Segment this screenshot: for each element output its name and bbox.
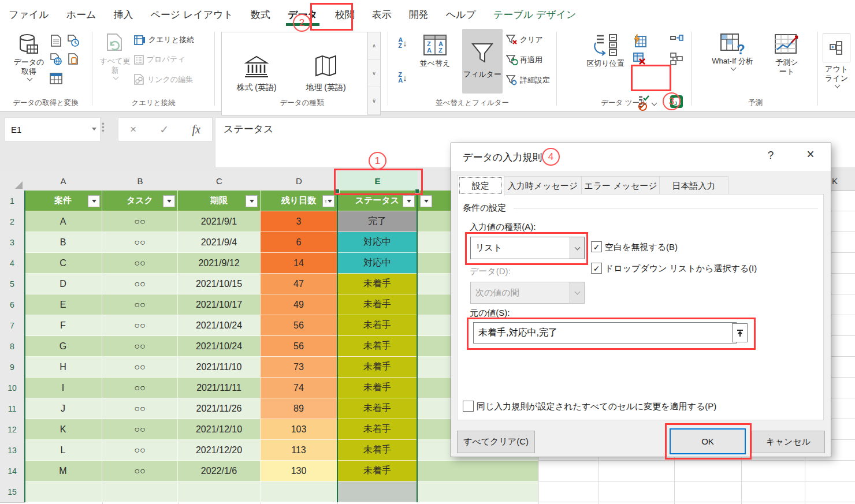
cancel-button[interactable]: キャンセル [752, 431, 825, 453]
cell-D5[interactable]: 47 [261, 274, 337, 294]
existing-connections-button[interactable] [66, 52, 81, 66]
filter-dropdown-icon[interactable] [246, 195, 258, 207]
reapply-filter-button[interactable]: 再適用 [506, 55, 542, 65]
cell-C3[interactable]: 2021/9/4 [178, 232, 261, 253]
cell-C15[interactable] [178, 481, 261, 502]
cell-E15[interactable] [337, 481, 418, 502]
cell-C5[interactable]: 2021/10/15 [178, 274, 261, 294]
queries-connections-button[interactable]: クエリと接続 [134, 35, 194, 45]
tab-ホーム[interactable]: ホーム [58, 0, 105, 29]
tab-ファイル[interactable]: ファイル [0, 0, 58, 29]
outline-button[interactable]: アウトライン [821, 33, 852, 88]
forecast-sheet-button[interactable]: 予測シート [766, 33, 808, 76]
clear-filter-button[interactable]: クリア [506, 35, 543, 45]
cell-B12[interactable]: ○○ [102, 419, 178, 440]
row-header-15[interactable]: 15 [0, 481, 25, 503]
tab-表示[interactable]: 表示 [363, 0, 400, 29]
sort-ascending-button[interactable]: AZ↓ [393, 36, 412, 50]
cell-A12[interactable]: K [24, 419, 102, 440]
cell-D15[interactable] [261, 481, 337, 502]
filter-dropdown-icon[interactable] [163, 195, 175, 207]
cell-E14[interactable]: 未着手 [337, 461, 418, 481]
filter-dropdown-icon[interactable] [403, 195, 415, 207]
gallery-scroll-down[interactable]: ∨ [368, 60, 380, 88]
name-box-dropdown-icon[interactable] [92, 128, 96, 130]
cell-B15[interactable] [102, 481, 178, 502]
cell-C14[interactable]: 2022/1/6 [178, 461, 261, 481]
cell-A5[interactable]: D [24, 274, 102, 294]
cell-E5[interactable]: 未着手 [337, 274, 418, 294]
ok-button[interactable]: OK [670, 428, 746, 454]
manage-data-model-button[interactable]: J [669, 95, 684, 109]
cell-A13[interactable]: L [24, 440, 102, 461]
cell-A10[interactable]: I [24, 378, 102, 398]
tab-校閲[interactable]: 校閲 [326, 0, 363, 29]
cell-B14[interactable]: ○○ [102, 461, 178, 481]
column-header-A[interactable]: A [24, 171, 103, 191]
cell-C12[interactable]: 2021/12/10 [178, 419, 261, 440]
cell-C13[interactable]: 2021/12/20 [178, 440, 261, 461]
cell-D6[interactable]: 49 [261, 294, 337, 315]
dialog-help-button[interactable]: ? [762, 149, 779, 165]
cell-B6[interactable]: ○○ [102, 294, 178, 315]
confirm-entry-icon[interactable]: ✓ [159, 123, 169, 136]
cell-A7[interactable]: F [24, 315, 102, 336]
cell-A3[interactable]: B [24, 232, 102, 253]
cell-B10[interactable]: ○○ [102, 378, 178, 398]
formula-bar-splitter[interactable]: ••• [102, 122, 104, 133]
cell-A4[interactable]: C [24, 253, 102, 274]
dialog-close-button[interactable]: × [800, 147, 821, 166]
row-header-10[interactable]: 10 [0, 378, 25, 399]
row-header-8[interactable]: 8 [0, 336, 25, 357]
row-header-12[interactable]: 12 [0, 419, 25, 440]
cell-B13[interactable]: ○○ [102, 440, 178, 461]
cell-E10[interactable]: 未着手 [337, 378, 418, 398]
cell-D8[interactable]: 56 [261, 336, 337, 357]
remove-duplicates-button[interactable] [632, 52, 647, 66]
row-header-4[interactable]: 4 [0, 253, 25, 274]
tab-開発[interactable]: 開発 [400, 0, 437, 29]
selection-handle[interactable] [415, 189, 419, 193]
clear-all-button[interactable]: すべてクリア(C) [457, 431, 535, 453]
cell-E2[interactable]: 完了 [337, 211, 418, 232]
cell-D14[interactable]: 130 [261, 461, 337, 481]
row-header-13[interactable]: 13 [0, 440, 25, 461]
cell-C2[interactable]: 2021/9/1 [178, 211, 261, 232]
from-web-button[interactable] [49, 52, 64, 66]
flash-fill-button[interactable] [632, 33, 647, 47]
from-text-csv-button[interactable] [49, 33, 64, 47]
dialog-tab-エラー メッセージ[interactable]: エラー メッセージ [581, 176, 660, 195]
cell-C6[interactable]: 2021/10/17 [178, 294, 261, 315]
gallery-scroll-up[interactable]: ∧ [368, 32, 380, 60]
cancel-entry-icon[interactable]: × [130, 123, 136, 136]
dialog-title-bar[interactable]: データの入力規則 ? × [451, 143, 831, 171]
column-header-C[interactable]: C [178, 171, 261, 191]
cell-D4[interactable]: 14 [261, 253, 337, 274]
cell-F14[interactable] [418, 461, 538, 481]
row-header-2[interactable]: 2 [0, 211, 25, 233]
sort-button[interactable]: ZA AZ 並べ替え [414, 35, 456, 68]
cell-C10[interactable]: 2021/11/11 [178, 378, 261, 398]
cell-D11[interactable]: 89 [261, 398, 337, 419]
row-header-14[interactable]: 14 [0, 461, 25, 482]
consolidate-button[interactable] [669, 33, 684, 47]
get-data-button[interactable]: データの取得 [13, 33, 45, 81]
select-all-cell[interactable] [0, 171, 25, 191]
cell-C4[interactable]: 2021/9/12 [178, 253, 261, 274]
column-header-E[interactable]: E [337, 171, 418, 191]
advanced-filter-button[interactable]: 詳細設定 [506, 75, 550, 85]
filter-button[interactable]: フィルター [462, 29, 503, 94]
cell-B11[interactable]: ○○ [102, 398, 178, 419]
cell-B2[interactable]: ○○ [102, 211, 178, 232]
cell-A2[interactable]: A [24, 211, 102, 232]
selection-handle[interactable] [335, 189, 340, 193]
cell-D7[interactable]: 56 [261, 315, 337, 336]
dialog-tab-入力時メッセージ[interactable]: 入力時メッセージ [503, 176, 582, 195]
refresh-all-button[interactable]: すべて更新 [98, 33, 132, 80]
cell-D9[interactable]: 73 [261, 357, 337, 378]
cell-D10[interactable]: 74 [261, 378, 337, 398]
row-header-3[interactable]: 3 [0, 232, 25, 253]
cell-B4[interactable]: ○○ [102, 253, 178, 274]
relationships-button[interactable] [669, 52, 684, 66]
cell-B7[interactable]: ○○ [102, 315, 178, 336]
